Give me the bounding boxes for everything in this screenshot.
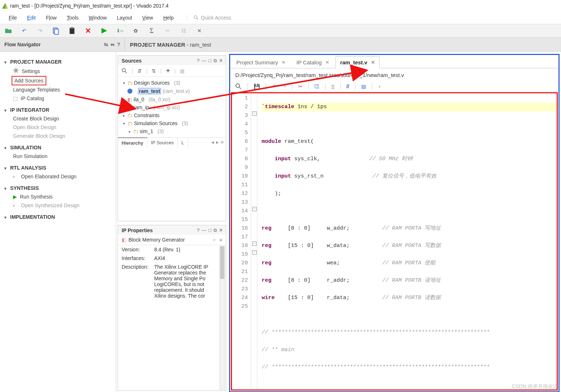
tree-ram-ip[interactable]: ◧ ram_ip (ram_ip.xci)	[120, 103, 225, 111]
project-name-label: - ram_test	[185, 42, 211, 48]
close-icon[interactable]: ✕	[219, 227, 223, 233]
tree-design-sources[interactable]: ▾🗀 Design Sources (3)	[120, 79, 225, 87]
interfaces-label: Interfaces:	[122, 255, 154, 261]
sigma-icon[interactable]: Σ	[148, 27, 156, 35]
save-icon[interactable]: 💾	[254, 84, 260, 89]
fn-settings[interactable]: Settings	[4, 66, 111, 76]
search-icon[interactable]	[235, 83, 242, 90]
more-icon[interactable]: »	[219, 237, 222, 243]
fn-project-manager[interactable]: PROJECT MANAGER	[4, 56, 111, 66]
open-icon[interactable]	[4, 27, 12, 35]
menu-layout[interactable]: Layout	[112, 13, 137, 23]
fn-synthesis[interactable]: SYNTHESIS	[4, 182, 111, 192]
collapse-icon[interactable]: ⇆	[104, 42, 108, 47]
fn-rtl-analysis[interactable]: RTL ANALYSIS	[4, 162, 111, 172]
flow-navigator: PROJECT MANAGER Settings Add Sources Lan…	[0, 52, 116, 392]
svg-line-10	[239, 87, 241, 89]
comment-icon[interactable]: //	[346, 84, 349, 89]
format-icon[interactable]: ▤	[361, 84, 366, 89]
undo-icon[interactable]: ↶	[272, 84, 276, 89]
run-script-icon[interactable]: ⬇01	[116, 27, 124, 35]
code-editor[interactable]: 1234567891011121314151617181920212223242…	[232, 93, 557, 389]
popout-icon[interactable]: ⧉	[214, 58, 217, 64]
back-icon[interactable]: ←	[212, 237, 217, 243]
close-icon[interactable]: ✕	[325, 60, 329, 65]
strike-icon[interactable]: ✕	[195, 27, 203, 35]
fn-generate-bd: Generate Block Design	[4, 132, 111, 140]
close-icon[interactable]: ✕	[219, 58, 223, 64]
menu-file[interactable]: FFileile	[4, 13, 22, 23]
quick-access-field[interactable]: Quick Access	[187, 15, 231, 21]
maximize-icon[interactable]: □	[208, 227, 211, 233]
delete-icon[interactable]: ✕	[84, 27, 92, 35]
search-icon[interactable]	[122, 68, 127, 74]
sources-tab-ipsources[interactable]: IP Sources	[147, 138, 178, 148]
vivado-logo-icon	[2, 3, 8, 9]
help-icon[interactable]: ?	[117, 42, 120, 47]
sources-tab-hierarchy[interactable]: Hierarchy	[118, 137, 147, 148]
play-icon: ▶	[13, 194, 17, 200]
bulb-icon[interactable]: ♀	[378, 84, 382, 89]
copy-icon[interactable]: ⿻	[315, 84, 320, 89]
paste-icon[interactable]: ▯	[332, 84, 334, 89]
cut-icon[interactable]: ✂	[298, 84, 303, 89]
tab-ram-test[interactable]: ram_test.v✕	[336, 56, 380, 68]
redo-icon[interactable]: ↷	[36, 27, 44, 35]
copy-icon[interactable]	[52, 27, 60, 35]
help-icon[interactable]: ?	[197, 58, 199, 64]
fn-open-bd: Open Block Design	[4, 123, 111, 132]
close-icon[interactable]: ✕	[282, 60, 286, 65]
fn-open-elab[interactable]: Open Elaborated Design	[4, 172, 111, 181]
fn-simulation[interactable]: SIMULATION	[4, 142, 111, 152]
svg-point-0	[194, 16, 197, 18]
svg-point-6	[15, 70, 17, 72]
ip-icon: ⬚	[13, 95, 18, 101]
minimize-icon[interactable]: —	[202, 58, 206, 64]
pin-icon[interactable]: ⇔	[110, 42, 115, 47]
fn-lang-templates[interactable]: Language Templates	[4, 85, 111, 94]
tree-sim1[interactable]: ▸🗀 sim_1 (3)	[120, 127, 225, 135]
ip-name: Block Memory Generator	[128, 237, 185, 243]
fn-run-sim[interactable]: Run Simulation	[4, 152, 111, 161]
help-icon[interactable]: ?	[197, 227, 199, 233]
menu-tools[interactable]: Tools	[62, 13, 84, 23]
svg-rect-3	[55, 29, 59, 34]
collapse-all-icon[interactable]: ⇵	[138, 68, 142, 74]
menu-help[interactable]: Help	[158, 13, 179, 23]
paste-icon[interactable]	[68, 27, 76, 35]
fn-run-syn[interactable]: ▶ Run Synthesis	[4, 192, 111, 201]
add-icon[interactable]: +	[166, 67, 170, 74]
redo-icon[interactable]: ↷	[282, 84, 286, 89]
sources-tab-libraries[interactable]: L	[178, 138, 188, 148]
tree-ila[interactable]: ◧ ila_0 (ila_0.xci)	[120, 95, 225, 103]
fn-implementation[interactable]: IMPLEMENTATION	[4, 211, 111, 221]
tree-sim-sources[interactable]: ▾🗀 Simulation Sources (3)	[120, 119, 225, 127]
menu-view[interactable]: View	[137, 13, 158, 23]
info-icon[interactable]: ▦	[180, 68, 185, 74]
tab-ip-catalog[interactable]: IP Catalog✕	[292, 56, 334, 68]
menu-window[interactable]: Window	[84, 13, 112, 23]
menu-edit[interactable]: Edit	[22, 13, 41, 23]
maximize-icon[interactable]: □	[208, 58, 211, 64]
settings-icon[interactable]: ✿	[132, 27, 140, 35]
expand-all-icon[interactable]: ⇅	[152, 68, 156, 74]
fold-column[interactable]: – – – –	[251, 93, 257, 389]
description-value: The Xilinx LogiCORE IP Generator replace…	[154, 264, 216, 299]
scrollbar[interactable]	[219, 246, 225, 390]
ipprops-title: IP Properties	[122, 227, 153, 233]
fn-ip-integrator[interactable]: IP INTEGRATOR	[4, 104, 111, 114]
line-gutter: 1234567891011121314151617181920212223242…	[232, 93, 251, 389]
cut-disabled-icon: ✂	[164, 27, 172, 35]
undo-icon[interactable]: ↶	[20, 27, 28, 35]
menu-flow[interactable]: Flow	[41, 13, 62, 23]
tree-ram-test[interactable]: ∴ ram_test (ram_test.v)	[120, 87, 225, 95]
run-icon[interactable]	[100, 27, 108, 35]
tab-project-summary[interactable]: Project Summary✕	[232, 56, 290, 68]
tree-constraints[interactable]: ▸🗀 Constraints	[120, 111, 225, 119]
fn-ip-catalog[interactable]: ⬚ IP Catalog	[4, 94, 111, 103]
popout-icon[interactable]: ⧉	[214, 227, 217, 233]
fn-create-bd[interactable]: Create Block Design	[4, 114, 111, 123]
fn-add-sources[interactable]: Add Sources	[12, 76, 46, 85]
minimize-icon[interactable]: —	[202, 227, 206, 233]
close-icon[interactable]: ✕	[371, 60, 375, 65]
